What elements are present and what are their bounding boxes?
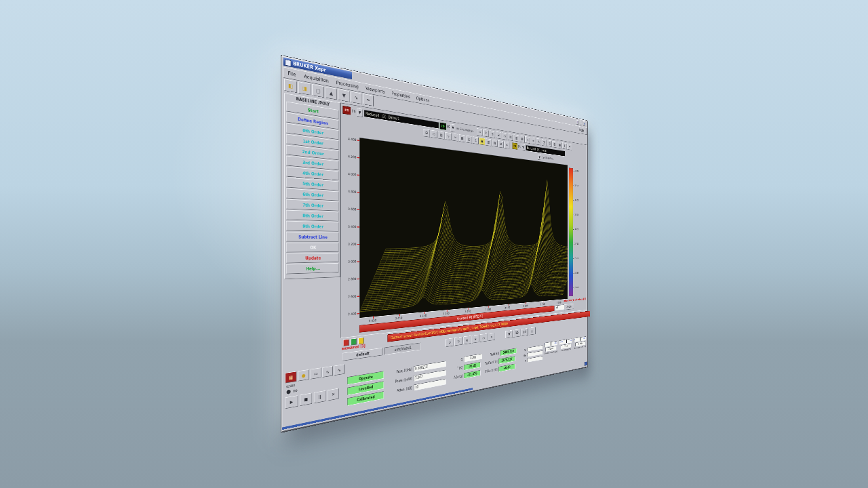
- open-dataset-icon[interactable]: ◧: [284, 79, 297, 93]
- scroll-up-icon[interactable]: ▲: [326, 86, 337, 100]
- viewport-tool-a-button-2[interactable]: ↕: [483, 129, 489, 137]
- viewport-tool-a-button-5[interactable]: ▭: [502, 132, 507, 140]
- primary-dropdown-arrow-icon[interactable]: ▼: [357, 108, 363, 117]
- baseline-button-update[interactable]: Update: [286, 253, 339, 263]
- baseline-button-8th-order[interactable]: 8th Order: [286, 210, 339, 222]
- baseline-button-9th-order[interactable]: 9th Order: [286, 221, 339, 232]
- secondary-selector-label[interactable]: no Secondary...: [456, 127, 475, 133]
- play-button[interactable]: ▶: [285, 395, 298, 409]
- wave2-tool-icon[interactable]: ∿: [334, 364, 344, 375]
- y-tick-label: 3 600: [348, 207, 356, 211]
- viewport-tool-a-button-13[interactable]: ◫: [547, 140, 552, 146]
- menu-item-file[interactable]: File: [283, 68, 300, 79]
- viewport-tool-a-button-7[interactable]: ▥: [514, 134, 519, 142]
- baseline-button-ok[interactable]: OK: [286, 243, 339, 253]
- blank-tool-icon[interactable]: ▭: [311, 367, 321, 379]
- scroll-down-icon[interactable]: ▼: [338, 89, 350, 102]
- viewport-tool-a-button-4[interactable]: ⊟: [496, 131, 501, 139]
- viewport-tool-b-button-13[interactable]: ↔: [504, 141, 509, 148]
- viewport-tool-a-button-8[interactable]: ▦: [519, 135, 525, 142]
- bridge-status-stack: OperateLevelledCalibrated: [347, 371, 384, 408]
- x-tick-label: 3 490: [505, 306, 510, 309]
- viewport-tool-b-button-12[interactable]: ⊟: [498, 140, 503, 148]
- x-tick-label: 3 480: [486, 308, 491, 312]
- x-tick-label: 3 460: [443, 312, 450, 316]
- monitor-value[interactable]: 1286: [464, 354, 482, 363]
- viewport-tool-b-button-6[interactable]: ▦: [459, 134, 465, 142]
- viewport-tool-a-button-17[interactable]: ↔: [568, 143, 572, 150]
- fullscale-icon[interactable]: FS: [342, 106, 351, 115]
- microwave-fields: Freq. [GHz]9.386218Power [mW]1.007Atten.…: [387, 361, 449, 399]
- radio-icon[interactable]: [286, 389, 291, 395]
- viewport-tool-a-button-11[interactable]: ±: [536, 138, 541, 146]
- baseline-panel: BASELINE /POLY StartDefine Region0th Ord…: [284, 93, 340, 279]
- monitor-value[interactable]: 3485.480: [500, 348, 517, 356]
- baseline-button-subtract-line[interactable]: Subtract Line: [286, 232, 339, 242]
- viewport-tool-b-button-2[interactable]: ▭: [431, 129, 437, 138]
- gauge-max-label: 100: [569, 340, 571, 342]
- viewport-tool-a-button-9[interactable]: ∿: [526, 136, 531, 144]
- resize-grip[interactable]: [585, 361, 587, 365]
- stop-button[interactable]: ■: [300, 393, 312, 407]
- viewport-tool-a-button-6[interactable]: ▤: [508, 134, 513, 141]
- dataset-square-1[interactable]: [343, 339, 349, 346]
- viewport-tool-b-button-8[interactable]: ±: [473, 136, 479, 144]
- monitor-value[interactable]: 3475.127: [498, 356, 515, 364]
- viewport-tool-a-button-14[interactable]: ▧: [552, 141, 557, 148]
- viewport-tool-b-button-7[interactable]: ◫: [466, 135, 472, 143]
- monitor-value[interactable]: +0.49: [498, 364, 515, 372]
- station-radio[interactable]: no: [286, 388, 298, 394]
- viewport-tool-b-button-11[interactable]: ▧: [492, 139, 497, 146]
- spectrum-2d-icon[interactable]: ≈: [363, 94, 374, 106]
- baseline-button-help-[interactable]: Help...: [286, 263, 339, 274]
- viewport-tool-a-button-3[interactable]: ⊞: [490, 130, 495, 138]
- wave-tool-icon[interactable]: ∿: [322, 366, 332, 378]
- viewport-tool-a-button-16[interactable]: ↕: [562, 142, 567, 149]
- viewport-tool-b-button-5[interactable]: ≈: [452, 133, 458, 141]
- gauge-needle-icon: [580, 338, 580, 341]
- desktop-background: BRUKER Xepr ?▫▪ FileAcquisitionProcessin…: [0, 0, 868, 488]
- zoom-button[interactable]: Zoom: [564, 304, 574, 310]
- qualifier-arrow-icon[interactable]: ▼: [538, 154, 541, 160]
- monitor-value[interactable]: -28.45: [464, 362, 481, 371]
- new-viewport-icon[interactable]: ▢: [312, 84, 324, 98]
- viewport-tool-a-button-12[interactable]: ∑: [542, 139, 547, 146]
- plot-area[interactable]: [359, 138, 568, 319]
- fullscale-2-icon[interactable]: FS: [513, 142, 517, 149]
- window-menu-icon[interactable]: ?: [576, 120, 579, 125]
- display-2d-icon[interactable]: 2D: [439, 122, 446, 129]
- aux-field-value[interactable]: [527, 356, 542, 363]
- spectrum-1d-icon[interactable]: ∿: [351, 91, 361, 104]
- qualifier-dropdown-arrow-icon[interactable]: ▼: [521, 144, 525, 150]
- minimize-icon[interactable]: ▫: [580, 121, 583, 125]
- colorbar-tick-mark: [573, 287, 574, 288]
- colorbar-tick-label: 2 750: [574, 243, 578, 245]
- cube-icon[interactable]: ▦: [285, 371, 296, 384]
- abort-button[interactable]: ✕: [328, 388, 339, 401]
- viewport-tool-b-button-4[interactable]: ∿: [445, 132, 452, 140]
- save-dataset-icon[interactable]: ◨: [298, 81, 311, 95]
- qualifier-label[interactable]: no Qualifier...: [542, 156, 554, 161]
- pause-button[interactable]: ||: [314, 390, 326, 403]
- sphere-icon[interactable]: ●: [298, 369, 309, 382]
- monitor-value[interactable]: -31.476: [464, 370, 481, 379]
- baseline-button-7th-order[interactable]: 7th Order: [286, 199, 339, 211]
- viewport-tool-a-button-15[interactable]: ▩: [557, 142, 562, 148]
- dataset-square-3[interactable]: [358, 338, 364, 345]
- colorbar-tick-mark: [573, 200, 574, 201]
- menu-help[interactable]: Help: [577, 127, 586, 134]
- gauge-diode-current-a-: 0400200.0Diode Current [µA]: [544, 341, 557, 354]
- viewport-tool-b-button-9[interactable]: ▣: [479, 137, 486, 145]
- zoom-factor-field[interactable]: x1: [555, 304, 565, 310]
- y-tick-label: 3 200: [348, 242, 356, 246]
- viewport-tool-b-button-1[interactable]: ⊞: [423, 129, 430, 138]
- viewport-tool-a-button-10[interactable]: ≈: [531, 137, 536, 144]
- y-tick-label: 3 400: [348, 224, 356, 228]
- maximize-icon[interactable]: ▪: [583, 121, 586, 126]
- dataset-square-2[interactable]: [351, 338, 357, 346]
- viewport-tool-b-button-10[interactable]: ▥: [486, 138, 491, 146]
- gauge-max-label: 400: [555, 342, 557, 344]
- viewport-tool-a-button-1[interactable]: ↔: [477, 128, 483, 136]
- viewport-tool-b-button-3[interactable]: ▤: [438, 131, 445, 139]
- secondary-dropdown-arrow-icon[interactable]: ▼: [451, 123, 456, 131]
